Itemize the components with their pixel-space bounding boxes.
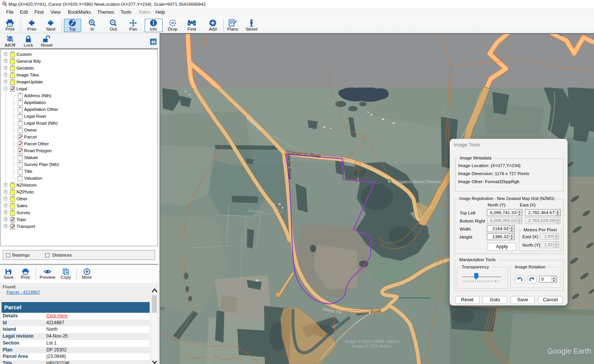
svg-text:ro: ro <box>160 306 164 311</box>
svg-text:Mangatoro Scenic Reserve: Mangatoro Scenic Reserve <box>393 179 441 184</box>
svg-text:Image © 2025 Airbus: Image © 2025 Airbus <box>352 344 391 348</box>
svg-text:Google Earth: Google Earth <box>547 347 591 355</box>
svg-text:Image © 2025 CNES / Airbus: Image © 2025 CNES / Airbus <box>345 339 400 344</box>
